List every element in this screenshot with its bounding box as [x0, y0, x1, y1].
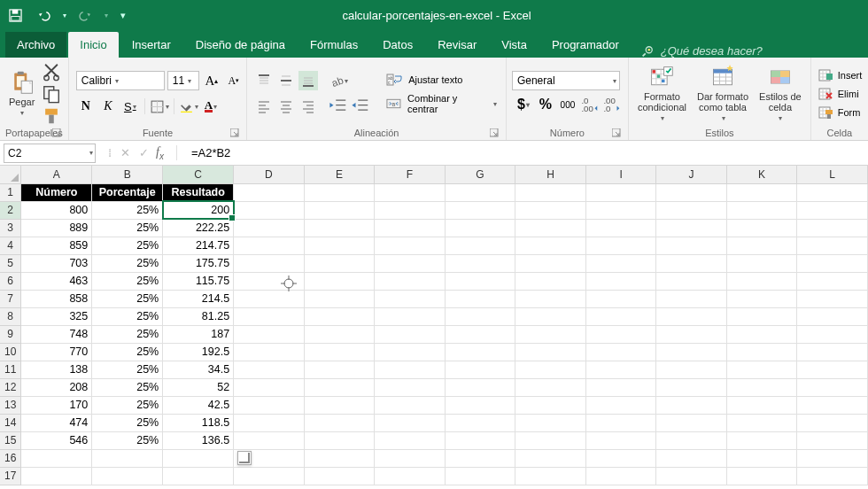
cell-K14[interactable]: [726, 414, 797, 431]
cell-I8[interactable]: [585, 307, 656, 325]
cell-K15[interactable]: [726, 431, 797, 449]
row-header[interactable]: 14: [0, 414, 21, 431]
formula-dropdown-icon[interactable]: ⁞: [108, 146, 112, 159]
cell-E16[interactable]: [304, 449, 375, 467]
cell-D1[interactable]: [234, 183, 305, 201]
cell-J3[interactable]: [656, 219, 727, 237]
cell-G14[interactable]: [445, 414, 515, 431]
cell-B16[interactable]: [92, 449, 163, 467]
cell-C11[interactable]: 34.5: [163, 361, 234, 378]
cell-I16[interactable]: [585, 449, 656, 467]
cell-B1[interactable]: Porcentaje: [92, 183, 163, 201]
cell-F5[interactable]: [375, 254, 446, 272]
cell-F7[interactable]: [375, 290, 446, 307]
formula-bar-input[interactable]: =A2*B2: [184, 146, 868, 159]
cell-A14[interactable]: 474: [21, 414, 92, 431]
tab-file[interactable]: Archivo: [5, 32, 66, 58]
cell-I13[interactable]: [585, 396, 656, 414]
cell-F4[interactable]: [375, 237, 446, 254]
cell-K3[interactable]: [726, 219, 797, 237]
row-header[interactable]: 5: [0, 254, 21, 272]
cell-G10[interactable]: [445, 343, 515, 361]
align-top-button[interactable]: [254, 71, 274, 90]
cell-A9[interactable]: 748: [21, 325, 92, 343]
format-painter-button[interactable]: [42, 106, 61, 126]
increase-decimal-button[interactable]: .0.00: [580, 95, 600, 114]
cell-J8[interactable]: [656, 307, 727, 325]
cell-A10[interactable]: 770: [21, 343, 92, 361]
orientation-button[interactable]: ab▾: [329, 71, 348, 90]
cell-I10[interactable]: [585, 343, 656, 361]
font-color-button[interactable]: A▾: [201, 97, 221, 116]
cell-I17[interactable]: [585, 467, 656, 485]
cell-B15[interactable]: 25%: [92, 431, 163, 449]
cell-A12[interactable]: 208: [21, 378, 92, 396]
cell-G8[interactable]: [445, 307, 515, 325]
cell-H13[interactable]: [515, 396, 586, 414]
cell-L15[interactable]: [797, 431, 868, 449]
cell-I2[interactable]: [585, 201, 656, 219]
column-header-H[interactable]: H: [515, 166, 586, 183]
cell-A2[interactable]: 800: [21, 201, 92, 219]
cell-D3[interactable]: [234, 219, 305, 237]
tab-programador[interactable]: Programador: [540, 32, 631, 58]
format-as-table-button[interactable]: Dar formato como tabla▾: [694, 63, 752, 124]
tab-inicio[interactable]: Inicio: [68, 32, 118, 58]
cell-F10[interactable]: [375, 343, 446, 361]
tab-datos[interactable]: Datos: [371, 32, 424, 58]
cell-K12[interactable]: [726, 378, 797, 396]
cell-G13[interactable]: [445, 396, 515, 414]
clipboard-dialog-launcher-icon[interactable]: [52, 128, 61, 137]
save-button[interactable]: [5, 5, 25, 25]
cell-C17[interactable]: [163, 467, 234, 485]
cell-A8[interactable]: 325: [21, 307, 92, 325]
cell-E17[interactable]: [304, 467, 375, 485]
cell-B5[interactable]: 25%: [92, 254, 163, 272]
cell-K17[interactable]: [726, 467, 797, 485]
cell-K6[interactable]: [726, 272, 797, 290]
column-header-K[interactable]: K: [726, 166, 797, 183]
cell-C6[interactable]: 115.75: [163, 272, 234, 290]
cell-I1[interactable]: [585, 183, 656, 201]
cell-C12[interactable]: 52: [163, 378, 234, 396]
cell-H3[interactable]: [515, 219, 586, 237]
cell-K5[interactable]: [726, 254, 797, 272]
cell-H1[interactable]: [515, 183, 586, 201]
cell-D13[interactable]: [234, 396, 305, 414]
cell-G16[interactable]: [445, 449, 515, 467]
percent-format-button[interactable]: %: [536, 95, 555, 114]
cell-G12[interactable]: [445, 378, 515, 396]
cell-F15[interactable]: [375, 431, 446, 449]
cell-I12[interactable]: [585, 378, 656, 396]
cell-A16[interactable]: [21, 449, 92, 467]
cell-H16[interactable]: [515, 449, 586, 467]
cell-J17[interactable]: [656, 467, 727, 485]
row-header[interactable]: 13: [0, 396, 21, 414]
fx-icon[interactable]: fx: [156, 145, 177, 161]
cell-D12[interactable]: [234, 378, 305, 396]
cell-L1[interactable]: [797, 183, 868, 201]
paste-button[interactable]: Pegar ▾: [5, 68, 38, 119]
cell-B7[interactable]: 25%: [92, 290, 163, 307]
row-header[interactable]: 4: [0, 237, 21, 254]
cell-K4[interactable]: [726, 237, 797, 254]
row-header[interactable]: 3: [0, 219, 21, 237]
cell-H15[interactable]: [515, 431, 586, 449]
cell-H2[interactable]: [515, 201, 586, 219]
cell-E14[interactable]: [304, 414, 375, 431]
autofill-options-button[interactable]: [237, 451, 252, 465]
cell-K7[interactable]: [726, 290, 797, 307]
cell-H11[interactable]: [515, 361, 586, 378]
row-header[interactable]: 9: [0, 325, 21, 343]
cell-B4[interactable]: 25%: [92, 237, 163, 254]
cell-I7[interactable]: [585, 290, 656, 307]
decrease-indent-button[interactable]: [329, 97, 348, 116]
cell-I14[interactable]: [585, 414, 656, 431]
cell-L13[interactable]: [797, 396, 868, 414]
increase-indent-button[interactable]: [351, 97, 370, 116]
cell-B14[interactable]: 25%: [92, 414, 163, 431]
cell-I3[interactable]: [585, 219, 656, 237]
cell-F9[interactable]: [375, 325, 446, 343]
cell-H7[interactable]: [515, 290, 586, 307]
cell-K11[interactable]: [726, 361, 797, 378]
